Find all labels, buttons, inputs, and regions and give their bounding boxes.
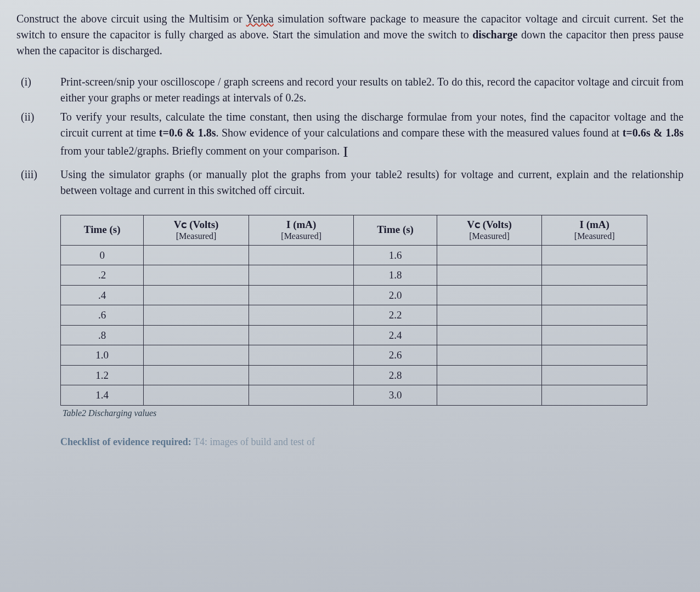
intro-paragraph: Construct the above circuit using the Mu…: [16, 11, 684, 59]
cell-vc: [144, 305, 249, 326]
cell-time: .6: [61, 305, 144, 326]
cell-i: [542, 265, 647, 286]
table-row: .82.4: [61, 325, 647, 345]
checklist-label: Checklist of evidence required:: [60, 436, 191, 447]
cell-vc: [144, 365, 249, 385]
table-row: 1.02.6: [61, 345, 647, 366]
list-item-iii: (iii) Using the simulator graphs (or man…: [21, 167, 684, 198]
cell-time: 1.2: [61, 365, 144, 385]
discharging-table: Time (s) Vᴄ (Volts)[Measured] I (mA)[Mea…: [60, 215, 647, 406]
list-content: Print-screen/snip your oscilloscope / gr…: [60, 74, 684, 106]
cell-vc: [437, 285, 542, 305]
th-time-left: Time (s): [61, 215, 144, 245]
cell-vc: [144, 245, 249, 265]
cell-time: 2.4: [354, 325, 437, 345]
table-row: 1.43.0: [61, 385, 647, 406]
bold-time-2: t=0.6s & 1.8s: [623, 127, 684, 139]
checklist-faded: T4: images of build and test of: [191, 436, 315, 447]
table-wrapper: Time (s) Vᴄ (Volts)[Measured] I (mA)[Mea…: [60, 215, 684, 420]
table-caption: Table2 Discharging values: [63, 407, 684, 419]
th-i-right: I (mA)[Measured]: [542, 215, 647, 245]
cell-vc: [144, 345, 249, 366]
cell-time: 2.0: [354, 285, 437, 305]
cell-i: [249, 385, 354, 406]
list-marker: (ii): [21, 109, 60, 163]
table-row: .21.8: [61, 265, 647, 286]
list-item-i: (i) Print-screen/snip your oscilloscope …: [21, 74, 684, 106]
cell-time: 2.6: [354, 345, 437, 366]
cell-time: 2.8: [354, 365, 437, 385]
table-header-row: Time (s) Vᴄ (Volts)[Measured] I (mA)[Mea…: [61, 215, 647, 245]
cell-i: [249, 285, 354, 305]
list-marker: (iii): [21, 167, 60, 198]
cell-vc: [437, 365, 542, 385]
cell-time: .2: [61, 265, 144, 286]
cell-vc: [144, 385, 249, 406]
cell-i: [249, 325, 354, 345]
cell-i: [542, 385, 647, 406]
th-time-right: Time (s): [354, 215, 437, 245]
cell-i: [249, 245, 354, 265]
cell-i: [542, 365, 647, 385]
cell-time: 1.8: [354, 265, 437, 286]
cell-vc: [144, 265, 249, 286]
cell-i: [542, 285, 647, 305]
cell-time: 1.4: [61, 385, 144, 406]
cell-time: 0: [61, 245, 144, 265]
th-i-left: I (mA)[Measured]: [249, 215, 354, 245]
cell-i: [249, 265, 354, 286]
cell-vc: [437, 325, 542, 345]
bold-time-1: t=0.6 & 1.8s: [159, 127, 216, 139]
cell-vc: [437, 305, 542, 326]
text-cursor-icon: I: [343, 141, 348, 163]
cell-vc: [437, 245, 542, 265]
cell-i: [542, 305, 647, 326]
cell-vc: [144, 325, 249, 345]
checklist-line: Checklist of evidence required: T4: imag…: [60, 435, 684, 449]
cell-vc: [144, 285, 249, 305]
cell-vc: [437, 345, 542, 366]
table-row: 01.6: [61, 245, 647, 265]
cell-time: 1.0: [61, 345, 144, 366]
cell-time: 2.2: [354, 305, 437, 326]
cell-i: [249, 365, 354, 385]
cell-i: [542, 245, 647, 265]
cell-vc: [437, 385, 542, 406]
task-list: (i) Print-screen/snip your oscilloscope …: [21, 74, 684, 198]
cell-time: .8: [61, 325, 144, 345]
cell-time: 1.6: [354, 245, 437, 265]
th-vc-right: Vᴄ (Volts)[Measured]: [437, 215, 542, 245]
cell-time: .4: [61, 285, 144, 305]
yenka-keyword: Yenka: [246, 13, 273, 25]
cell-time: 3.0: [354, 385, 437, 406]
cell-i: [249, 345, 354, 366]
list-content: Using the simulator graphs (or manually …: [60, 167, 684, 198]
th-vc-left: Vᴄ (Volts)[Measured]: [144, 215, 249, 245]
discharge-keyword: discharge: [472, 29, 517, 41]
table-row: .62.2: [61, 305, 647, 326]
cell-vc: [437, 265, 542, 286]
cell-i: [249, 305, 354, 326]
cell-i: [542, 325, 647, 345]
list-item-ii: (ii) To verify your results, calculate t…: [21, 109, 684, 163]
intro-pre: Construct the above circuit using the Mu…: [16, 13, 246, 25]
list-marker: (i): [21, 74, 60, 106]
table-row: 1.22.8: [61, 365, 647, 385]
list-content: To verify your results, calculate the ti…: [60, 109, 684, 163]
cell-i: [542, 345, 647, 366]
table-row: .42.0: [61, 285, 647, 305]
